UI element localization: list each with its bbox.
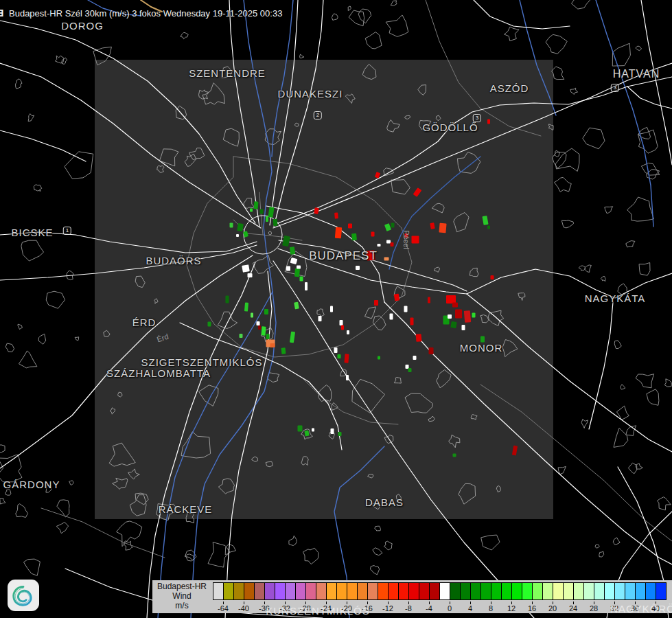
wind-echo	[464, 310, 471, 323]
color-step	[388, 582, 399, 600]
wind-echo	[266, 216, 268, 222]
color-step	[635, 582, 646, 600]
color-step	[573, 582, 584, 600]
city-label: BUDAÖRS	[146, 255, 201, 266]
scale-tick-label: -12	[378, 604, 398, 613]
color-step	[326, 582, 337, 600]
city-label: HATVAN	[613, 68, 660, 80]
wind-echo	[338, 354, 341, 358]
color-step	[419, 582, 430, 600]
wind-echo	[290, 332, 295, 343]
city-label: NAGYKÁTA	[585, 293, 646, 304]
color-step	[614, 582, 625, 600]
wind-echo	[273, 219, 278, 226]
wind-echo	[390, 314, 393, 320]
road-number-shield: 3	[611, 84, 619, 92]
wind-echo	[260, 209, 264, 214]
color-step	[398, 582, 409, 600]
wind-echo	[300, 277, 303, 282]
wind-echo	[348, 224, 352, 229]
wind-echo	[408, 368, 412, 372]
color-step	[264, 582, 275, 600]
wind-echo	[446, 295, 456, 304]
wind-echo	[394, 293, 400, 301]
color-step	[563, 582, 574, 600]
wind-echo	[430, 222, 435, 229]
wind-echo	[304, 431, 309, 437]
wind-echo	[413, 187, 422, 197]
color-step	[439, 582, 450, 600]
wind-echo	[371, 232, 375, 237]
color-step	[656, 582, 667, 600]
color-step	[367, 582, 378, 600]
color-step	[470, 582, 481, 600]
wind-spiral-logo	[8, 580, 39, 611]
scale-tick-label: 24	[563, 604, 583, 613]
wind-echo	[258, 325, 261, 330]
wind-echo	[330, 306, 333, 312]
wind-echo	[482, 216, 488, 225]
wind-echo	[244, 302, 248, 311]
wind-echo	[248, 273, 253, 277]
wind-echo	[375, 172, 380, 179]
city-label: SZIGETSZENTMIKLÓS	[141, 356, 262, 368]
color-step	[553, 582, 564, 600]
wind-echo	[251, 313, 253, 318]
scale-tick-label: 0	[439, 604, 460, 613]
wind-echo	[230, 223, 233, 228]
scale-tick-label: 12	[501, 604, 522, 613]
city-label: BICSKE	[11, 227, 53, 238]
wind-echo	[261, 326, 266, 335]
wind-echo	[254, 201, 259, 209]
wind-echo	[413, 356, 417, 360]
wind-echo	[226, 296, 229, 304]
wind-echo	[290, 258, 298, 264]
scale-tick-label: 20	[542, 604, 563, 613]
color-step	[594, 582, 605, 600]
city-label: ÉRD	[132, 317, 157, 328]
city-label: ASZÓD	[490, 82, 529, 94]
wind-echo	[281, 347, 286, 354]
radar-app-window: { "header": { "title": "Budapest-HR Szél…	[0, 0, 672, 618]
wind-echo	[334, 212, 338, 218]
wind-echo	[266, 334, 270, 339]
wind-echo	[356, 266, 360, 270]
wind-echo	[374, 300, 378, 306]
wind-echo	[257, 321, 260, 325]
scale-tick-label: 8	[480, 604, 501, 613]
city-label: BUDAPEST	[309, 249, 378, 263]
wind-echo	[294, 302, 299, 310]
legend-quantity: Wind	[152, 591, 211, 601]
wind-echo	[236, 234, 239, 237]
wind-echo	[290, 247, 295, 255]
color-step	[501, 582, 512, 600]
wind-echo	[416, 334, 422, 342]
wind-echo	[378, 244, 381, 247]
color-step	[295, 582, 306, 600]
wind-echo	[410, 318, 414, 325]
wind-echo	[341, 325, 344, 330]
wind-echo	[346, 375, 349, 380]
road-number-shield: 3	[473, 114, 481, 122]
wind-echo	[487, 226, 490, 229]
wind-echo	[335, 227, 342, 239]
wind-echo	[208, 322, 211, 327]
color-step	[429, 582, 440, 600]
wind-echo	[242, 264, 250, 273]
wind-echo	[384, 223, 391, 231]
scale-tick-label: -64	[213, 604, 233, 613]
wind-echo	[391, 223, 395, 228]
wind-echo	[334, 347, 338, 353]
color-step	[285, 582, 296, 600]
wind-echo	[412, 236, 419, 244]
wind-echo	[487, 119, 490, 124]
product-title: Budapest-HR Szél 30km (m/s) 3 fokos Wedn…	[9, 8, 282, 19]
color-step	[233, 582, 244, 600]
wind-echo	[347, 330, 349, 334]
wind-echo	[268, 207, 274, 218]
scale-tick-label: 4	[460, 604, 480, 613]
wind-echo	[512, 446, 518, 456]
corner-glyph: Ǝ	[0, 8, 3, 19]
wind-echo	[264, 309, 268, 314]
wind-echo	[250, 209, 253, 212]
